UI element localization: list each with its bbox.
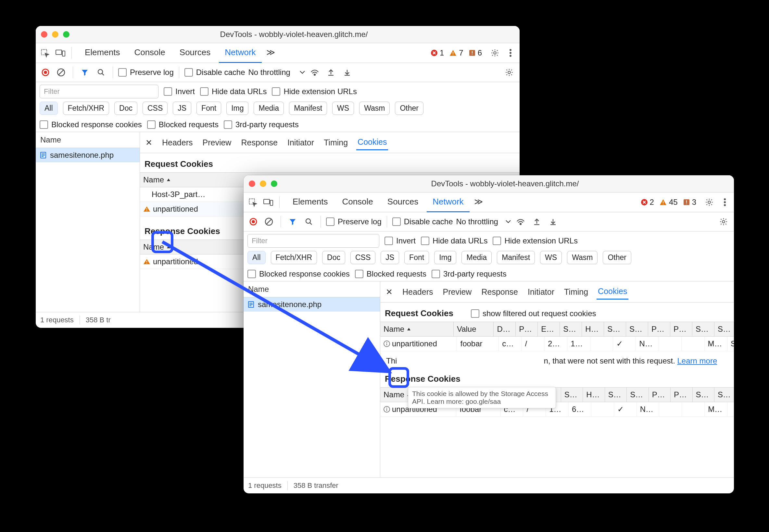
- third-party-checkbox[interactable]: 3rd-party requests: [224, 120, 299, 129]
- clear-icon[interactable]: [55, 66, 68, 79]
- type-font[interactable]: Font: [404, 251, 429, 264]
- tab-console[interactable]: Console: [336, 192, 378, 212]
- tab-console[interactable]: Console: [128, 43, 171, 63]
- blocked-requests-checkbox[interactable]: Blocked requests: [355, 269, 427, 278]
- name-column-header[interactable]: Name: [36, 132, 140, 148]
- col-h[interactable]: H…: [582, 322, 604, 336]
- col-s[interactable]: S…: [560, 322, 582, 336]
- type-other[interactable]: Other: [603, 251, 631, 264]
- subtab-cookies[interactable]: Cookies: [356, 135, 388, 150]
- type-fetchxhr[interactable]: Fetch/XHR: [271, 251, 317, 264]
- col-s[interactable]: S…: [561, 388, 583, 402]
- subtab-response[interactable]: Response: [240, 135, 279, 150]
- errors-badge[interactable]: 2: [641, 198, 654, 207]
- subtab-timing[interactable]: Timing: [563, 285, 589, 299]
- request-row[interactable]: samesitenone.php: [243, 297, 380, 312]
- type-doc[interactable]: Doc: [114, 102, 137, 115]
- type-js[interactable]: JS: [380, 251, 399, 264]
- preserve-log-checkbox[interactable]: Preserve log: [326, 217, 381, 226]
- tab-network[interactable]: Network: [427, 192, 469, 212]
- col-p2[interactable]: P…: [648, 322, 670, 336]
- table-row[interactable]: unpartitioned foobar c… / 2… 1… ✓ N… M…: [380, 337, 734, 351]
- subtab-initiator[interactable]: Initiator: [286, 135, 315, 150]
- col-s5[interactable]: S…: [714, 388, 734, 402]
- col-s3[interactable]: S…: [627, 388, 649, 402]
- type-css[interactable]: CSS: [350, 251, 375, 264]
- subtab-preview[interactable]: Preview: [201, 135, 233, 150]
- minimize-dot[interactable]: [260, 180, 266, 187]
- tab-more[interactable]: ≫: [264, 43, 277, 63]
- tab-sources[interactable]: Sources: [174, 43, 216, 63]
- subtab-timing[interactable]: Timing: [322, 135, 349, 150]
- close-icon[interactable]: ✕: [384, 287, 394, 297]
- settings-icon[interactable]: [703, 196, 716, 209]
- gear-icon[interactable]: [717, 215, 730, 228]
- disable-cache-checkbox[interactable]: Disable cache: [184, 68, 245, 77]
- col-value[interactable]: Value: [454, 322, 494, 336]
- clear-icon[interactable]: [262, 215, 275, 228]
- minimize-dot[interactable]: [52, 31, 58, 38]
- download-icon[interactable]: [341, 66, 353, 79]
- subtab-headers[interactable]: Headers: [401, 285, 435, 299]
- zoom-dot[interactable]: [63, 31, 69, 38]
- hide-ext-urls-checkbox[interactable]: Hide extension URLs: [493, 236, 577, 245]
- network-conditions-icon[interactable]: [308, 66, 321, 79]
- status-badges[interactable]: 1 7 6: [431, 48, 482, 57]
- filter-funnel-icon[interactable]: [286, 215, 299, 228]
- col-d[interactable]: D…: [494, 322, 516, 336]
- type-wasm[interactable]: Wasm: [359, 102, 390, 115]
- col-s5[interactable]: S…: [714, 322, 734, 336]
- col-h[interactable]: H…: [583, 388, 605, 402]
- warnings-badge[interactable]: 7: [449, 48, 463, 57]
- third-party-checkbox[interactable]: 3rd-party requests: [432, 269, 507, 278]
- type-fetchxhr[interactable]: Fetch/XHR: [63, 102, 109, 115]
- throttling-select[interactable]: No throttling: [456, 217, 511, 226]
- col-s4[interactable]: S…: [693, 388, 714, 402]
- status-badges[interactable]: 2 45 3: [641, 198, 696, 207]
- subtab-initiator[interactable]: Initiator: [527, 285, 556, 299]
- tab-elements[interactable]: Elements: [79, 43, 126, 63]
- name-column-header[interactable]: Name: [243, 281, 380, 297]
- titlebar[interactable]: DevTools - wobbly-violet-heaven.glitch.m…: [36, 26, 520, 43]
- gear-icon[interactable]: [503, 66, 516, 79]
- request-row[interactable]: samesitenone.php: [36, 148, 140, 162]
- search-icon[interactable]: [94, 66, 107, 79]
- learn-more-link[interactable]: Learn more: [677, 356, 717, 365]
- record-icon[interactable]: [40, 67, 51, 78]
- record-icon[interactable]: [247, 216, 259, 228]
- col-p3[interactable]: P…: [670, 322, 692, 336]
- blocked-cookies-checkbox[interactable]: Blocked response cookies: [40, 120, 142, 129]
- tab-elements[interactable]: Elements: [287, 192, 333, 212]
- col-s2[interactable]: S…: [605, 388, 627, 402]
- hide-data-urls-checkbox[interactable]: Hide data URLs: [421, 236, 488, 245]
- filter-funnel-icon[interactable]: [78, 66, 91, 79]
- warnings-badge[interactable]: 45: [659, 198, 678, 207]
- inspect-icon[interactable]: [38, 46, 51, 59]
- type-js[interactable]: JS: [173, 102, 191, 115]
- filter-input[interactable]: Filter: [247, 234, 379, 248]
- disable-cache-checkbox[interactable]: Disable cache: [392, 217, 453, 226]
- type-css[interactable]: CSS: [143, 102, 167, 115]
- type-manifest[interactable]: Manifest: [497, 251, 535, 264]
- kebab-icon[interactable]: [504, 46, 517, 59]
- invert-checkbox[interactable]: Invert: [384, 236, 416, 245]
- errors-badge[interactable]: 1: [431, 48, 444, 57]
- subtab-cookies[interactable]: Cookies: [597, 284, 628, 300]
- kebab-icon[interactable]: [718, 196, 731, 209]
- settings-icon[interactable]: [489, 46, 502, 59]
- tab-sources[interactable]: Sources: [381, 192, 424, 212]
- issues-badge[interactable]: 3: [683, 198, 696, 207]
- type-all[interactable]: All: [247, 251, 266, 264]
- filter-input[interactable]: Filter: [40, 85, 158, 98]
- type-img[interactable]: Img: [434, 251, 456, 264]
- hide-data-urls-checkbox[interactable]: Hide data URLs: [200, 87, 267, 96]
- subtab-response[interactable]: Response: [480, 285, 519, 299]
- inspect-icon[interactable]: [246, 196, 259, 209]
- device-icon[interactable]: [54, 46, 67, 59]
- col-p[interactable]: P…: [516, 322, 538, 336]
- type-media[interactable]: Media: [254, 102, 284, 115]
- subtab-headers[interactable]: Headers: [161, 135, 194, 150]
- type-doc[interactable]: Doc: [322, 251, 345, 264]
- titlebar[interactable]: DevTools - wobbly-violet-heaven.glitch.m…: [243, 175, 734, 192]
- device-icon[interactable]: [262, 196, 275, 209]
